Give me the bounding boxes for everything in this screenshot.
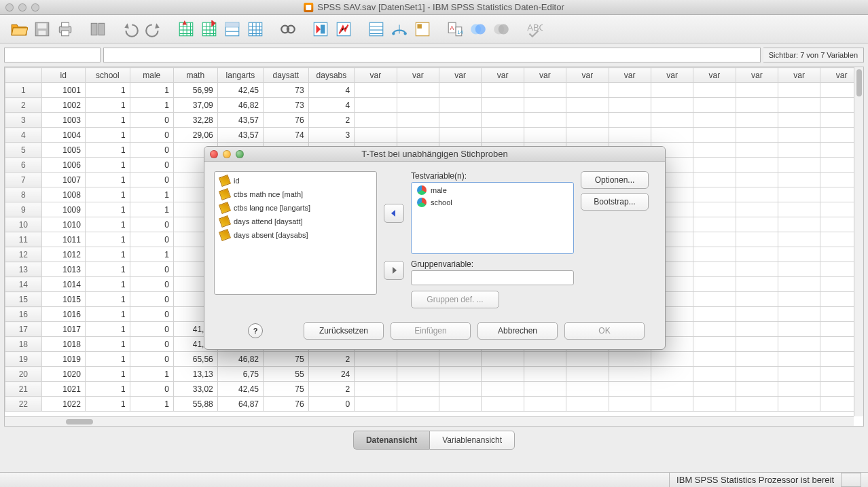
data-cell[interactable]: 0 <box>130 173 173 187</box>
source-list-item[interactable]: ctbs math nce [math] <box>215 187 376 201</box>
data-cell[interactable] <box>439 128 482 143</box>
data-cell[interactable] <box>778 262 820 277</box>
data-cell[interactable]: 1009 <box>41 202 85 217</box>
row-header[interactable]: 18 <box>5 337 42 352</box>
data-cell[interactable]: 3 <box>308 128 355 143</box>
data-cell[interactable]: 0 <box>130 262 173 277</box>
data-cell[interactable]: 0 <box>130 113 173 128</box>
data-cell[interactable] <box>693 262 736 277</box>
data-cell[interactable] <box>736 217 778 232</box>
data-cell[interactable] <box>693 202 736 217</box>
data-cell[interactable]: 1 <box>85 277 130 292</box>
data-cell[interactable]: 76 <box>264 113 309 128</box>
col-header-empty[interactable]: var <box>778 68 820 83</box>
vertical-scrollbar[interactable] <box>854 67 863 416</box>
data-cell[interactable] <box>651 397 693 412</box>
data-cell[interactable]: 1 <box>85 262 130 277</box>
data-cell[interactable] <box>736 277 778 292</box>
row-header[interactable]: 10 <box>5 217 42 232</box>
data-cell[interactable] <box>482 113 524 128</box>
data-cell[interactable] <box>736 158 778 173</box>
data-cell[interactable]: 1018 <box>41 337 85 352</box>
data-cell[interactable] <box>566 83 609 98</box>
data-cell[interactable] <box>778 352 820 367</box>
data-cell[interactable] <box>693 352 736 367</box>
data-cell[interactable] <box>482 83 524 98</box>
data-cell[interactable] <box>482 367 524 382</box>
data-cell[interactable]: 42,45 <box>217 382 263 397</box>
data-cell[interactable] <box>736 367 778 382</box>
data-cell[interactable] <box>651 98 693 113</box>
data-cell[interactable]: 1 <box>130 187 173 202</box>
data-cell[interactable]: 1 <box>130 202 173 217</box>
help-button[interactable]: ? <box>248 323 263 338</box>
data-cell[interactable] <box>651 382 693 397</box>
data-cell[interactable] <box>482 382 524 397</box>
col-header-empty[interactable]: var <box>482 68 524 83</box>
data-cell[interactable] <box>524 98 566 113</box>
row-header[interactable]: 19 <box>5 352 42 367</box>
row-header[interactable]: 11 <box>5 232 42 247</box>
data-cell[interactable] <box>397 128 439 143</box>
data-cell[interactable] <box>736 187 778 202</box>
data-cell[interactable] <box>524 128 566 143</box>
row-header[interactable]: 4 <box>5 128 42 143</box>
close-icon[interactable] <box>5 3 14 12</box>
data-cell[interactable] <box>482 352 524 367</box>
goto-case-button[interactable] <box>177 20 196 39</box>
data-cell[interactable] <box>651 128 693 143</box>
data-cell[interactable] <box>778 337 820 352</box>
data-cell[interactable]: 42,45 <box>217 83 263 98</box>
row-header[interactable]: 20 <box>5 367 42 382</box>
data-cell[interactable]: 1 <box>85 352 130 367</box>
data-cell[interactable]: 0 <box>130 232 173 247</box>
data-cell[interactable] <box>355 397 397 412</box>
data-cell[interactable] <box>355 367 397 382</box>
data-cell[interactable]: 1015 <box>41 292 85 307</box>
data-cell[interactable]: 29,06 <box>173 128 217 143</box>
row-header[interactable]: 5 <box>5 143 42 158</box>
data-cell[interactable] <box>524 367 566 382</box>
minimize-icon[interactable] <box>18 3 26 12</box>
data-cell[interactable] <box>778 397 820 412</box>
data-cell[interactable]: 64,87 <box>217 397 263 412</box>
data-cell[interactable]: 73 <box>264 83 309 98</box>
data-cell[interactable]: 33,02 <box>173 382 217 397</box>
testvar-list-item[interactable]: school <box>412 196 573 209</box>
col-header-empty[interactable]: var <box>736 68 778 83</box>
data-cell[interactable]: 1 <box>85 187 130 202</box>
data-cell[interactable] <box>736 307 778 322</box>
data-cell[interactable]: 1 <box>130 98 173 113</box>
row-header[interactable]: 13 <box>5 262 42 277</box>
use-sets-button[interactable]: A14 <box>446 20 465 39</box>
data-cell[interactable] <box>693 232 736 247</box>
data-cell[interactable] <box>439 98 482 113</box>
data-cell[interactable]: 2 <box>308 113 355 128</box>
data-cell[interactable]: 32,28 <box>173 113 217 128</box>
data-cell[interactable]: 1 <box>85 83 130 98</box>
col-header-empty[interactable]: var <box>355 68 397 83</box>
data-cell[interactable]: 0 <box>130 292 173 307</box>
col-header-empty[interactable]: var <box>439 68 482 83</box>
data-cell[interactable] <box>778 98 820 113</box>
source-list-item[interactable]: days absent [daysabs] <box>215 228 376 242</box>
data-cell[interactable] <box>693 277 736 292</box>
data-cell[interactable]: 1022 <box>41 397 85 412</box>
data-cell[interactable]: 1004 <box>41 128 85 143</box>
row-header[interactable]: 15 <box>5 292 42 307</box>
row-header[interactable]: 22 <box>5 397 42 412</box>
split-file-button[interactable] <box>311 20 330 39</box>
data-cell[interactable]: 4 <box>308 98 355 113</box>
data-cell[interactable] <box>651 83 693 98</box>
source-list-item[interactable]: id <box>215 174 376 187</box>
data-cell[interactable] <box>736 173 778 187</box>
data-cell[interactable] <box>482 128 524 143</box>
data-cell[interactable] <box>524 382 566 397</box>
col-header-daysatt[interactable]: daysatt <box>264 68 309 83</box>
data-cell[interactable]: 1001 <box>41 83 85 98</box>
data-cell[interactable] <box>397 397 439 412</box>
data-cell[interactable]: 1 <box>85 113 130 128</box>
data-cell[interactable]: 46,82 <box>217 98 263 113</box>
data-cell[interactable]: 1 <box>85 173 130 187</box>
data-cell[interactable] <box>736 382 778 397</box>
